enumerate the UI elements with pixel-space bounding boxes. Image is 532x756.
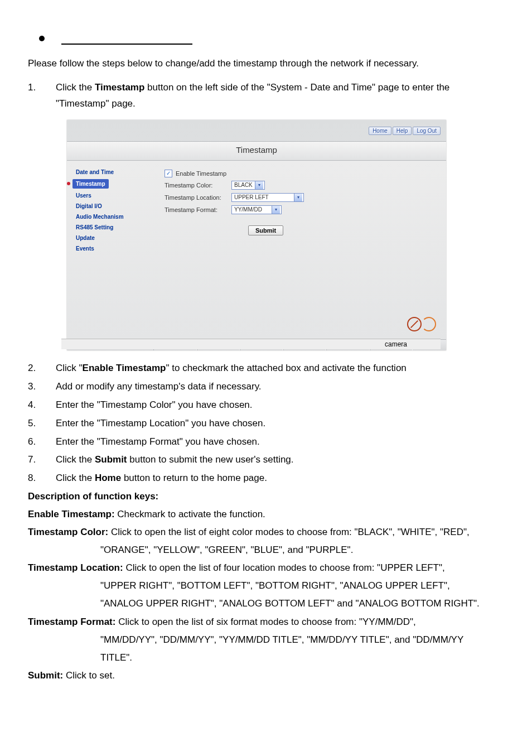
brand-logo	[407, 317, 436, 331]
step-1: 1. Click the Timestamp button on the lef…	[28, 80, 504, 112]
text: " to checkmark the attached box and acti…	[166, 363, 407, 373]
timestamp-location-select[interactable]: UPPER LEFT ▾	[231, 193, 304, 202]
desc-label: Timestamp Location:	[28, 562, 125, 573]
text: Click the	[56, 454, 95, 465]
desc-submit: Submit: Click to set.	[28, 668, 504, 683]
sidebar-item-digital-io[interactable]: Digital I/O	[72, 201, 159, 211]
timestamp-color-value: BLACK	[233, 182, 255, 188]
desc-timestamp-format-cont: TITLE".	[100, 650, 504, 666]
desc-label: Enable Timestamp:	[28, 509, 117, 519]
timestamp-format-value: YY/MM/DD	[233, 206, 272, 213]
step-6: 6. Enter the "Timestamp Format" you have…	[28, 434, 504, 450]
step-8: 8. Click the Home button to return to th…	[28, 470, 504, 487]
home-button[interactable]: Home	[369, 127, 391, 135]
desc-timestamp-color-cont: "ORANGE", "YELLOW", "GREEN", "BLUE", and…	[100, 542, 504, 558]
chevron-down-icon: ▾	[294, 194, 302, 201]
text: Checkmark to activate the function.	[117, 509, 265, 519]
camera-ui-screenshot: Home Help Log Out Timestamp Date and Tim…	[67, 120, 446, 350]
text: Click to set.	[66, 670, 115, 681]
sidebar-item-rs485-setting[interactable]: RS485 Setting	[72, 223, 159, 232]
chevron-down-icon: ▾	[255, 181, 263, 189]
chevron-down-icon: ▾	[272, 206, 280, 214]
timestamp-color-label: Timestamp Color:	[165, 182, 231, 189]
description-heading: Description of function keys:	[28, 491, 158, 502]
step-7: 7. Click the Submit button to submit the…	[28, 452, 504, 468]
text: button to submit the new user's setting.	[127, 454, 294, 465]
brand-label: camera	[61, 339, 441, 349]
desc-enable-timestamp: Enable Timestamp: Checkmark to activate …	[28, 507, 504, 522]
sidebar-item-audio-mechanism[interactable]: Audio Mechanism	[72, 212, 159, 221]
desc-timestamp-location: Timestamp Location: Click to open the li…	[28, 560, 504, 576]
enable-timestamp-label: Enable Timestamp	[176, 170, 226, 177]
step-number: 8.	[28, 470, 56, 487]
text: Click to open the list of six format mod…	[118, 617, 416, 627]
step-number: 4.	[28, 397, 56, 413]
intro-paragraph: Please follow the steps below to change/…	[28, 56, 504, 71]
logo-icon	[407, 317, 422, 331]
text: Click the	[56, 82, 95, 93]
enable-timestamp-checkbox[interactable]: ✓	[165, 170, 172, 177]
step-number: 6.	[28, 434, 56, 450]
desc-label: Submit:	[28, 670, 66, 681]
section-bullet	[28, 33, 504, 45]
sidebar-item-users[interactable]: Users	[72, 191, 159, 200]
sidebar: Date and Time Timestamp Users Digital I/…	[67, 161, 159, 339]
help-button[interactable]: Help	[393, 127, 412, 135]
bullet-icon	[39, 36, 45, 41]
sidebar-item-date-and-time[interactable]: Date and Time	[72, 167, 159, 177]
step-2: 2. Click "Enable Timestamp" to checkmark…	[28, 360, 504, 377]
desc-timestamp-location-cont: "ANALOG UPPER RIGHT", "ANALOG BOTTOM LEF…	[100, 596, 504, 611]
text: Click to open the list of eight color mo…	[111, 527, 470, 537]
text: Click to open the list of four location …	[125, 562, 444, 573]
text: button to return to the home page.	[121, 473, 267, 483]
text-bold: Submit	[95, 454, 127, 465]
timestamp-location-label: Timestamp Location:	[165, 194, 231, 201]
step-5: 5. Enter the "Timestamp Location" you ha…	[28, 416, 504, 432]
step-number: 5.	[28, 416, 56, 432]
desc-timestamp-format-cont: "MM/DD/YY", "DD/MM/YY", "YY/MM/DD TITLE"…	[100, 632, 504, 648]
text: Click "	[56, 363, 83, 373]
text: Click the	[56, 473, 95, 483]
desc-label: Timestamp Format:	[28, 617, 118, 627]
panel-title: Timestamp	[67, 141, 446, 160]
step-4: 4. Enter the "Timestamp Color" you have …	[28, 397, 504, 413]
logout-button[interactable]: Log Out	[413, 127, 441, 135]
text-bold: Home	[95, 473, 121, 483]
desc-timestamp-color: Timestamp Color: Click to open the list …	[28, 524, 504, 540]
step-number: 7.	[28, 452, 56, 468]
desc-label: Timestamp Color:	[28, 527, 111, 537]
text: Enter the "Timestamp Location" you have …	[56, 416, 504, 432]
text-bold: Enable Timestamp	[83, 363, 166, 373]
desc-timestamp-format: Timestamp Format: Click to open the list…	[28, 614, 504, 630]
sidebar-item-events[interactable]: Events	[72, 244, 159, 253]
top-right-buttons: Home Help Log Out	[369, 127, 441, 135]
text: Enter the "Timestamp Format" you have ch…	[56, 434, 504, 450]
sidebar-item-update[interactable]: Update	[72, 233, 159, 243]
submit-button[interactable]: Submit	[248, 225, 283, 235]
text: Enter the "Timestamp Color" you have cho…	[56, 397, 504, 413]
timestamp-format-label: Timestamp Format:	[165, 206, 231, 213]
timestamp-format-select[interactable]: YY/MM/DD ▾	[231, 205, 282, 214]
step-number: 3.	[28, 379, 56, 395]
sidebar-item-timestamp[interactable]: Timestamp	[72, 179, 109, 189]
logo-icon	[422, 317, 436, 331]
section-heading-placeholder	[61, 33, 192, 45]
timestamp-color-select[interactable]: BLACK ▾	[231, 181, 265, 190]
step-number: 2.	[28, 360, 56, 377]
form-area: ✓ Enable Timestamp Timestamp Color: BLAC…	[159, 161, 446, 339]
text-bold: Timestamp	[95, 82, 144, 93]
timestamp-location-value: UPPER LEFT	[233, 194, 294, 200]
step-3: 3. Add or modify any timestamp's data if…	[28, 379, 504, 395]
text: Add or modify any timestamp's data if ne…	[56, 379, 504, 395]
desc-timestamp-location-cont: "UPPER RIGHT", "BOTTOM LEFT", "BOTTOM RI…	[100, 578, 504, 594]
step-number: 1.	[28, 80, 56, 112]
